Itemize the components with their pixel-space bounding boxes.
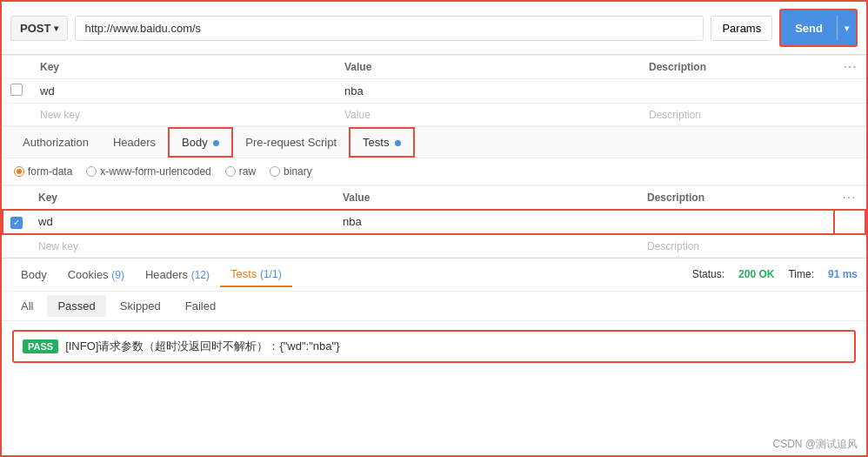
dots-cell bbox=[835, 79, 866, 104]
response-bar: Body Cookies (9) Headers (12) Tests (1/1… bbox=[2, 258, 866, 292]
time-value: 91 ms bbox=[828, 268, 858, 280]
body-row-checkbox[interactable]: ✓ bbox=[10, 217, 23, 229]
tab-body[interactable]: Body bbox=[168, 127, 233, 158]
body-value-cell[interactable]: nba bbox=[334, 210, 638, 234]
radio-urlencoded[interactable] bbox=[86, 166, 97, 177]
body-dot bbox=[213, 140, 219, 146]
radio-binary[interactable] bbox=[270, 166, 280, 177]
col-key-header: Key bbox=[31, 56, 336, 79]
request-tab-bar: Authorization Headers Body Pre-request S… bbox=[2, 126, 866, 158]
test-pass-row: PASS [INFO]请求参数（超时没返回时不解析）：{"wd":"nba"} bbox=[12, 330, 856, 363]
response-status: Status: 200 OK Time: 91 ms bbox=[692, 268, 858, 280]
col-check bbox=[2, 56, 31, 79]
body-col-key-header: Key bbox=[30, 186, 334, 211]
value-cell[interactable]: nba bbox=[336, 79, 640, 104]
body-table-row: ✓ wd nba bbox=[3, 210, 865, 234]
body-col-value-header: Value bbox=[334, 186, 638, 211]
body-table: Key Value Description ··· ✓ wd nba New k… bbox=[2, 185, 866, 258]
pass-badge: PASS bbox=[23, 339, 58, 353]
body-col-desc-header: Description bbox=[638, 186, 834, 211]
body-new-row: New key Description bbox=[3, 234, 865, 258]
tab-authorization[interactable]: Authorization bbox=[10, 129, 101, 156]
headers-count: (12) bbox=[191, 269, 210, 281]
test-sub-tab-bar: All Passed Skipped Failed bbox=[2, 292, 866, 321]
status-value: 200 OK bbox=[738, 268, 774, 280]
radio-raw[interactable] bbox=[225, 166, 236, 177]
table-row: wd nba bbox=[2, 79, 866, 104]
tab-pre-request-script[interactable]: Pre-request Script bbox=[233, 129, 349, 156]
tab-tests[interactable]: Tests bbox=[349, 127, 415, 158]
method-select[interactable]: POST ▾ bbox=[10, 16, 68, 41]
url-bar: POST ▾ Params Send ▾ bbox=[2, 2, 866, 55]
body-desc-placeholder[interactable]: Description bbox=[647, 240, 699, 252]
body-col-dots-header: ··· bbox=[834, 186, 865, 211]
option-raw[interactable]: raw bbox=[225, 165, 256, 178]
params-button[interactable]: Params bbox=[711, 16, 772, 41]
option-binary[interactable]: binary bbox=[270, 165, 312, 178]
method-label: POST bbox=[20, 22, 50, 35]
option-form-data[interactable]: form-data bbox=[14, 165, 72, 178]
status-label: Status: bbox=[692, 268, 724, 280]
col-dots-header: ··· bbox=[835, 56, 866, 79]
body-options: form-data x-www-form-urlencoded raw bina… bbox=[2, 158, 866, 185]
test-result-area: PASS [INFO]请求参数（超时没返回时不解析）：{"wd":"nba"} bbox=[2, 321, 866, 372]
footer: CSDN @测试追风 bbox=[772, 437, 858, 452]
value-placeholder[interactable]: Value bbox=[344, 109, 371, 121]
resp-tab-cookies[interactable]: Cookies (9) bbox=[57, 263, 135, 286]
method-chevron-icon: ▾ bbox=[54, 24, 58, 33]
col-desc-header: Description bbox=[640, 56, 835, 79]
col-value-header: Value bbox=[336, 56, 640, 79]
tab-headers[interactable]: Headers bbox=[101, 129, 168, 156]
url-input[interactable] bbox=[75, 16, 704, 41]
radio-form-data[interactable] bbox=[14, 166, 24, 177]
test-sub-skipped[interactable]: Skipped bbox=[110, 295, 171, 317]
cookies-count: (9) bbox=[111, 269, 124, 281]
resp-tab-tests[interactable]: Tests (1/1) bbox=[220, 262, 292, 287]
params-table: Key Value Description ··· wd nba New key… bbox=[2, 55, 866, 126]
new-key-placeholder[interactable]: New key bbox=[40, 109, 80, 121]
tests-count: (1/1) bbox=[260, 268, 282, 280]
body-new-key-placeholder[interactable]: New key bbox=[38, 240, 78, 252]
body-key-cell[interactable]: wd bbox=[30, 210, 334, 234]
option-urlencoded[interactable]: x-www-form-urlencoded bbox=[86, 165, 210, 178]
resp-tab-headers[interactable]: Headers (12) bbox=[135, 263, 220, 286]
send-label: Send bbox=[781, 22, 837, 35]
key-cell[interactable]: wd bbox=[31, 79, 336, 104]
test-sub-failed[interactable]: Failed bbox=[175, 295, 226, 317]
test-sub-all[interactable]: All bbox=[10, 295, 43, 317]
body-col-check bbox=[3, 186, 30, 211]
test-sub-passed[interactable]: Passed bbox=[47, 295, 105, 317]
tests-dot bbox=[395, 140, 401, 146]
desc-cell[interactable] bbox=[640, 79, 835, 104]
row-checkbox[interactable] bbox=[10, 84, 23, 96]
pass-text: [INFO]请求参数（超时没返回时不解析）：{"wd":"nba"} bbox=[65, 339, 339, 354]
footer-text: CSDN @测试追风 bbox=[772, 438, 858, 450]
desc-placeholder[interactable]: Description bbox=[649, 109, 701, 121]
body-dots-cell bbox=[834, 210, 865, 234]
send-button[interactable]: Send ▾ bbox=[779, 9, 858, 47]
time-label: Time: bbox=[788, 268, 814, 280]
send-arrow-icon[interactable]: ▾ bbox=[838, 24, 856, 33]
body-desc-cell[interactable] bbox=[638, 210, 834, 234]
new-row: New key Value Description bbox=[2, 104, 866, 126]
resp-tab-body[interactable]: Body bbox=[10, 263, 57, 286]
